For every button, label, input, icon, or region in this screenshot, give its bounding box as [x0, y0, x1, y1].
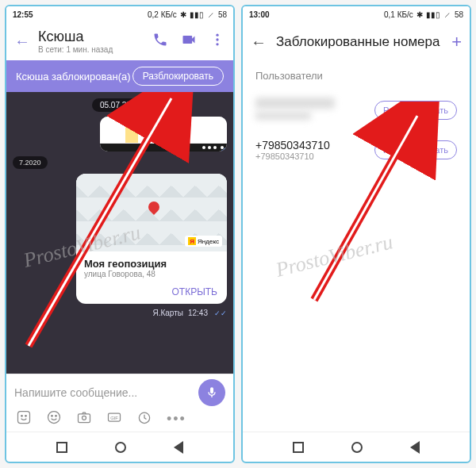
android-navbar [243, 432, 470, 462]
message-composer: Напишите сообщение... GIF ••• [6, 374, 233, 432]
voice-message-button[interactable] [198, 379, 225, 406]
phone-left-chat: 12:55 0,2 КБ/с ✱ ▮▮▯ ⟋ 58 ← Ксюша В сети… [5, 5, 235, 463]
home-button[interactable] [351, 442, 363, 453]
message-input[interactable]: Напишите сообщение... [14, 386, 190, 399]
message-source: Я.Карты [152, 309, 183, 317]
signal-icon: ▮▮▯ [426, 10, 440, 19]
redacted-sub [255, 112, 311, 120]
back-button[interactable] [174, 441, 183, 454]
page-title: Заблокированные номера [276, 34, 442, 50]
message-meta: Я.Карты 12:43 ✓✓ [152, 309, 227, 317]
status-bar: 13:00 0,1 КБ/с ✱ ▮▮▯ ⟋ 58 [243, 6, 470, 22]
svg-point-8 [48, 412, 60, 424]
read-checkmarks-icon: ✓✓ [214, 309, 227, 317]
map-pin-icon [146, 199, 162, 215]
date-separator: 05.07.2020 [92, 98, 148, 112]
unblock-button[interactable]: Разблокировать [374, 140, 457, 159]
voice-call-icon[interactable] [152, 32, 168, 51]
blocked-phone: +79850343710 [255, 139, 368, 152]
blocked-user-row: Разблокировать [243, 90, 470, 131]
status-net: 0,2 КБ/с [148, 10, 177, 19]
svg-point-6 [21, 416, 23, 417]
camera-icon[interactable] [76, 409, 92, 428]
back-icon[interactable]: ← [251, 33, 267, 52]
status-net: 0,1 КБ/с [384, 10, 413, 19]
wifi-icon: ⟋ [443, 10, 451, 19]
unblock-button[interactable]: Разблокировать [374, 101, 457, 120]
android-navbar [6, 432, 233, 462]
contact-block[interactable]: Ксюша В сети: 1 мин. назад [38, 29, 144, 54]
status-bar: 12:55 0,2 КБ/с ✱ ▮▮▯ ⟋ 58 [6, 6, 233, 22]
blocked-text: Ксюша заблокирован(а) [16, 71, 131, 82]
bluetooth-icon: ✱ [180, 10, 186, 19]
back-icon[interactable]: ← [14, 33, 30, 51]
signal-icon: ▮▮▯ [190, 10, 204, 19]
battery-icon: 58 [455, 10, 463, 19]
status-time: 12:55 [13, 10, 33, 19]
back-button[interactable] [410, 441, 420, 454]
gif-icon[interactable]: GIF [106, 409, 122, 428]
redacted-name [255, 98, 335, 109]
svg-point-7 [25, 416, 27, 417]
blocked-user-row: +79850343710 +79850343710 Разблокировать [243, 131, 470, 169]
location-open-button[interactable]: ОТКРЫТЬ [76, 282, 227, 304]
unblock-button[interactable]: Разблокировать [132, 67, 224, 86]
blocked-banner: Ксюша заблокирован(а) Разблокировать [6, 60, 233, 92]
preview-navbar: ✓✓ [100, 144, 227, 152]
location-map-thumb: ЯЯндекс [76, 174, 227, 251]
svg-rect-11 [79, 414, 90, 423]
status-time: 13:00 [249, 10, 270, 19]
date-separator-partial: 7.2020 [13, 156, 48, 169]
svg-point-0 [216, 34, 218, 36]
overview-button[interactable] [56, 442, 67, 453]
overview-button[interactable] [293, 442, 304, 453]
status-right: 0,1 КБ/с ✱ ▮▮▯ ⟋ 58 [384, 10, 463, 19]
svg-text:GIF: GIF [110, 416, 118, 420]
location-card[interactable]: ЯЯндекс Моя геопозиция улица Говорова, 4… [76, 174, 227, 304]
battery-icon: 58 [218, 10, 227, 19]
message-image-bubble[interactable]: ✓✓ [100, 117, 227, 152]
header-actions [152, 32, 225, 51]
more-icon[interactable] [209, 32, 225, 51]
add-blocked-button[interactable]: + [451, 32, 462, 52]
wifi-icon: ⟋ [207, 10, 215, 19]
svg-point-9 [52, 416, 53, 417]
contact-presence: В сети: 1 мин. назад [38, 45, 144, 54]
blocked-phone-sub: +79850343710 [255, 152, 368, 161]
status-right: 0,2 КБ/с ✱ ▮▮▯ ⟋ 58 [148, 10, 227, 19]
svg-point-10 [56, 416, 57, 417]
map-provider-badge: ЯЯндекс [185, 236, 222, 247]
more-attachments-icon[interactable]: ••• [167, 411, 186, 428]
sticker-icon[interactable] [16, 409, 32, 428]
video-call-icon[interactable] [181, 32, 197, 51]
phone-right-blocked-list: 13:00 0,1 КБ/с ✱ ▮▮▯ ⟋ 58 ← Заблокирован… [241, 5, 471, 463]
emoji-icon[interactable] [46, 409, 62, 428]
chat-header: ← Ксюша В сети: 1 мин. назад [6, 22, 233, 60]
svg-point-12 [83, 416, 86, 420]
settings-header: ← Заблокированные номера + [243, 22, 470, 62]
svg-point-1 [216, 38, 218, 40]
svg-rect-5 [18, 412, 30, 424]
location-title: Моя геопозиция [84, 258, 219, 270]
chat-body: 05.07.2020 ✓✓ 7.2020 ЯЯндекс Моя геопози… [6, 92, 233, 374]
section-label-users: Пользователи [243, 62, 470, 90]
bluetooth-icon: ✱ [416, 10, 423, 19]
message-time: 12:43 [188, 309, 208, 317]
contact-name: Ксюша [38, 29, 144, 45]
image-preview [100, 117, 227, 144]
timer-icon[interactable] [136, 409, 152, 428]
location-address: улица Говорова, 48 [84, 270, 219, 278]
svg-point-2 [216, 43, 218, 45]
composer-toolbar: GIF ••• [14, 409, 225, 428]
home-button[interactable] [115, 442, 126, 453]
